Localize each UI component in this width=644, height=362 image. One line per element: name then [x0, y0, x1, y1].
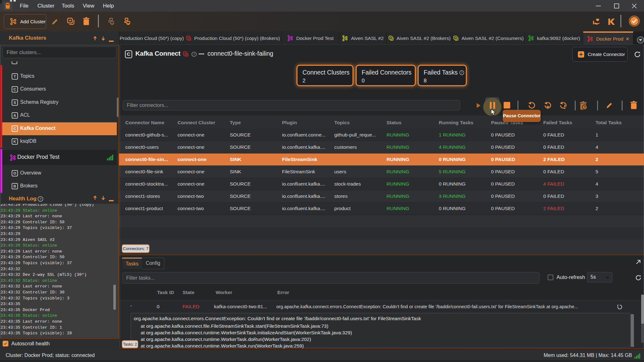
svg-text:?: ?: [39, 197, 41, 201]
svg-text:?: ?: [193, 53, 195, 56]
svg-text:?: ?: [461, 71, 463, 74]
